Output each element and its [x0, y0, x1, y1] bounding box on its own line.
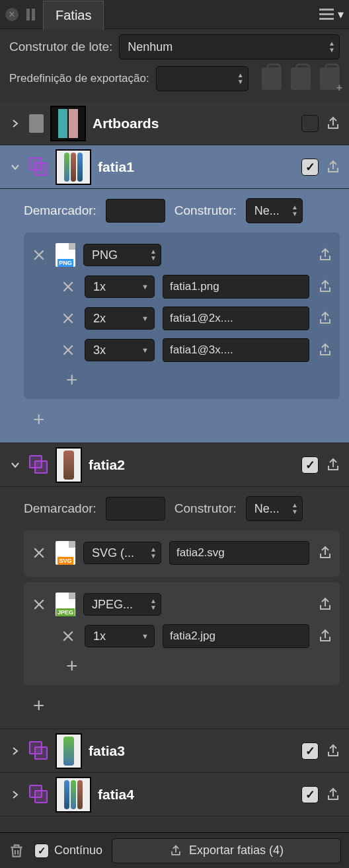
export-preset-row: Predefinição de exportação: ▲▼: [0, 65, 349, 102]
scale-select[interactable]: 3x▼: [85, 339, 155, 361]
share-icon[interactable]: [325, 786, 341, 803]
export-button-label: Exportar fatias (4): [189, 844, 284, 857]
page-icon: [29, 114, 44, 133]
format-value: JPEG...: [92, 598, 133, 612]
clipboard-alt-icon[interactable]: [291, 67, 311, 90]
png-file-icon: PNG: [56, 243, 75, 267]
slice-row-fatia3[interactable]: fatia3 ✓: [0, 729, 349, 773]
share-icon[interactable]: [325, 456, 341, 474]
remove-format-button[interactable]: [30, 544, 48, 561]
share-icon[interactable]: [317, 310, 333, 327]
batch-builder-label: Construtor de lote:: [9, 40, 112, 54]
share-icon[interactable]: [317, 342, 333, 359]
filename-field[interactable]: fatia1@2x....: [163, 307, 309, 330]
stepper-icon: ▲▼: [150, 598, 157, 611]
slice-export-checkbox[interactable]: ✓: [301, 159, 319, 176]
slice-export-checkbox[interactable]: ✓: [301, 742, 319, 760]
add-scale-button[interactable]: +: [30, 366, 333, 391]
chevron-right-icon[interactable]: [8, 744, 22, 758]
share-icon[interactable]: [325, 159, 341, 176]
continuous-checkbox-wrap[interactable]: ✓ Contínuo: [34, 844, 102, 858]
clipboard-icon[interactable]: [262, 67, 282, 90]
construtor-label: Construtor:: [174, 501, 237, 516]
chevron-down-icon[interactable]: [8, 160, 22, 174]
clipboard-add-icon[interactable]: [320, 67, 340, 90]
add-format-button[interactable]: +: [24, 399, 340, 431]
remove-scale-button[interactable]: [59, 628, 77, 645]
construtor-select[interactable]: Ne... ▲▼: [246, 198, 303, 223]
artboards-row[interactable]: Artboards: [0, 102, 349, 145]
add-format-button[interactable]: +: [24, 685, 340, 717]
share-icon[interactable]: [317, 628, 333, 645]
export-slices-button[interactable]: Exportar fatias (4): [112, 838, 341, 863]
filename-field[interactable]: fatia1.png: [163, 275, 309, 299]
chevron-right-icon[interactable]: [8, 787, 22, 802]
scale-select[interactable]: 1x▼: [85, 625, 155, 647]
trash-icon[interactable]: [8, 841, 25, 861]
construtor-select[interactable]: Ne... ▲▼: [246, 496, 303, 521]
remove-format-button[interactable]: [30, 596, 48, 613]
dropdown-icon: ▼: [141, 346, 149, 354]
artboards-thumbnail: [50, 106, 86, 141]
add-scale-button[interactable]: +: [30, 652, 333, 677]
remove-scale-button[interactable]: [59, 278, 77, 295]
panel-menu-button[interactable]: ▾: [319, 7, 344, 22]
slice-export-checkbox[interactable]: ✓: [301, 786, 319, 803]
remove-format-button[interactable]: [30, 246, 48, 264]
format-value: PNG: [92, 248, 118, 262]
share-icon[interactable]: [317, 278, 333, 295]
slice-title: fatia2: [89, 457, 295, 473]
close-icon[interactable]: ×: [5, 8, 19, 21]
format-value: SVG (...: [92, 546, 134, 560]
slice-row-fatia4[interactable]: fatia4 ✓: [0, 773, 349, 816]
export-preset-label: Predefinição de exportação:: [9, 72, 149, 85]
svg-file-icon: SVG: [56, 541, 75, 565]
slice-title: fatia4: [98, 787, 295, 803]
continuous-checkbox[interactable]: ✓: [34, 844, 49, 858]
format-select[interactable]: PNG ▲▼: [83, 244, 161, 266]
share-icon[interactable]: [325, 742, 341, 760]
demarcador-field[interactable]: [106, 199, 165, 223]
remove-scale-button[interactable]: [59, 310, 77, 327]
scale-select[interactable]: 1x▼: [85, 275, 155, 298]
chevron-right-icon[interactable]: [8, 116, 22, 131]
share-icon[interactable]: [317, 544, 333, 561]
slice-thumbnail: [56, 777, 91, 813]
layers-icon: [29, 157, 49, 177]
batch-builder-select[interactable]: Nenhum ▲▼: [119, 34, 340, 59]
construtor-label: Construtor:: [174, 203, 237, 218]
scale-value: 1x: [93, 630, 106, 643]
continuous-label: Contínuo: [54, 844, 102, 857]
batch-builder-value: Nenhum: [128, 40, 173, 54]
scale-value: 3x: [93, 344, 106, 357]
filename-field[interactable]: fatia2.jpg: [163, 624, 309, 648]
slice-row-fatia1[interactable]: fatia1 ✓: [0, 145, 349, 189]
tab-fatias[interactable]: Fatias: [43, 1, 104, 30]
slice-export-checkbox[interactable]: ✓: [301, 456, 319, 474]
format-card-jpeg: JPEG JPEG...▲▼ 1x▼ fatia2.jpg +: [24, 582, 340, 685]
share-icon[interactable]: [317, 246, 333, 264]
format-select[interactable]: JPEG...▲▼: [83, 593, 161, 616]
construtor-value: Ne...: [254, 502, 280, 516]
batch-builder-row: Construtor de lote: Nenhum ▲▼: [0, 29, 349, 65]
scale-select[interactable]: 2x▼: [85, 307, 155, 330]
panel-tabbar: × Fatias ▾: [0, 0, 349, 29]
filename-field[interactable]: fatia2.svg: [169, 541, 309, 565]
remove-scale-button[interactable]: [59, 342, 77, 359]
share-icon[interactable]: [317, 596, 333, 613]
export-preset-select[interactable]: ▲▼: [156, 66, 249, 91]
demarcador-field[interactable]: [106, 497, 165, 521]
slice-thumbnail: [56, 733, 82, 769]
format-select[interactable]: SVG (...▲▼: [83, 542, 161, 564]
slice-thumbnail: [56, 149, 91, 185]
layers-icon: [29, 741, 49, 761]
slice-title: fatia1: [98, 159, 295, 175]
artboards-export-checkbox[interactable]: [301, 115, 319, 132]
slice-body-fatia2: Demarcador: Construtor: Ne... ▲▼ SVG SVG…: [0, 487, 349, 729]
stepper-icon: ▲▼: [150, 248, 157, 262]
share-icon[interactable]: [325, 115, 341, 132]
filename-field[interactable]: fatia1@3x....: [163, 338, 309, 362]
chevron-down-icon[interactable]: [8, 458, 22, 472]
stepper-icon: ▲▼: [150, 546, 157, 560]
slice-row-fatia2[interactable]: fatia2 ✓: [0, 443, 349, 487]
